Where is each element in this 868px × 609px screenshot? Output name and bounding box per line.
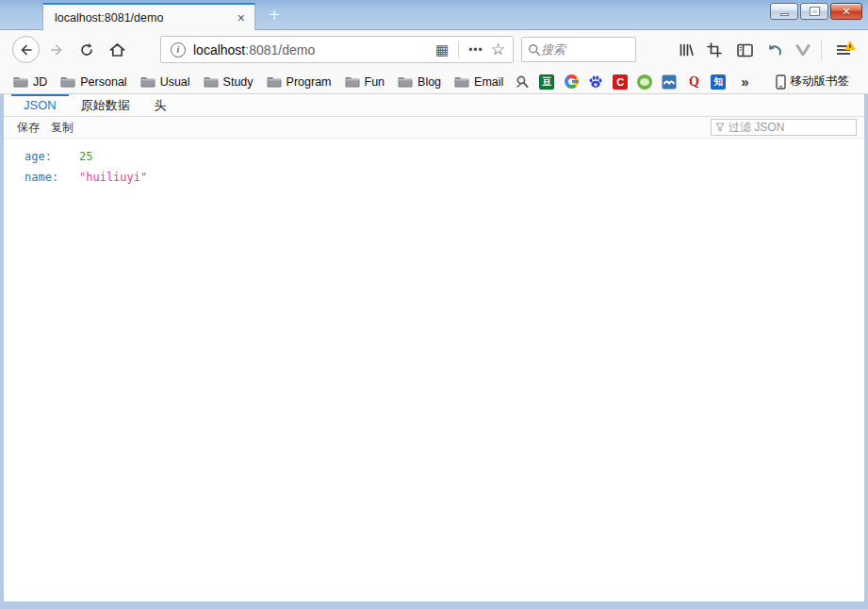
browser-tab[interactable]: localhost:8081/demo × bbox=[42, 3, 255, 30]
bookmark-folder-study[interactable]: Study bbox=[198, 72, 259, 92]
reload-icon bbox=[79, 42, 94, 58]
restore-icon bbox=[811, 8, 819, 15]
bookmark-folder-email[interactable]: Email bbox=[449, 72, 509, 92]
search-icon bbox=[528, 43, 541, 57]
folder-icon bbox=[345, 75, 360, 88]
folder-icon bbox=[140, 75, 156, 88]
session-restore-icon[interactable] bbox=[763, 39, 786, 61]
bookmark-zhihu-icon[interactable]: 知 bbox=[707, 72, 729, 92]
json-viewer-tabbar: JSON 原始数据 头 bbox=[4, 94, 864, 117]
navigation-toolbar: i localhost:8081/demo ▦ ••• ☆ bbox=[0, 30, 868, 70]
toolbar-separator bbox=[821, 40, 822, 60]
new-tab-button[interactable]: + bbox=[262, 4, 287, 26]
bookmark-folder-blog[interactable]: Blog bbox=[392, 72, 447, 92]
bookmark-label: Study bbox=[223, 75, 254, 89]
bookmark-baidu-icon[interactable] bbox=[584, 72, 607, 92]
copy-button[interactable]: 复制 bbox=[45, 120, 79, 136]
json-property-row[interactable]: age: 25 bbox=[25, 146, 864, 167]
bookmark-google-icon[interactable] bbox=[560, 72, 582, 92]
bookmark-label: Program bbox=[287, 75, 332, 89]
bookmark-folder-jd[interactable]: JD bbox=[8, 72, 53, 92]
bookmark-label: 移动版书签 bbox=[791, 74, 850, 90]
bookmark-folder-personal[interactable]: Personal bbox=[55, 72, 132, 92]
filter-json-input[interactable] bbox=[729, 121, 852, 134]
bookmark-label: Usual bbox=[160, 75, 190, 89]
extension-chevron-icon[interactable] bbox=[792, 39, 814, 61]
update-warning-badge bbox=[844, 41, 856, 50]
folder-icon bbox=[204, 75, 219, 88]
bookmark-folder-fun[interactable]: Fun bbox=[339, 72, 391, 92]
back-button[interactable] bbox=[12, 36, 40, 63]
home-icon bbox=[109, 42, 125, 58]
bookmark-label: Email bbox=[474, 75, 503, 89]
bookmark-csdn-icon[interactable]: C bbox=[609, 72, 631, 92]
url-host: localhost bbox=[193, 42, 245, 58]
json-key: age: bbox=[25, 150, 79, 163]
library-icon[interactable] bbox=[675, 39, 697, 61]
bookmark-label: Fun bbox=[365, 75, 385, 89]
url-path: :8081/demo bbox=[245, 42, 315, 58]
minimize-icon bbox=[780, 13, 789, 16]
folder-icon bbox=[454, 75, 469, 88]
json-viewer-toolbar: 保存 复制 bbox=[4, 117, 864, 139]
tab-close-icon[interactable]: × bbox=[236, 11, 247, 25]
tab-raw-data[interactable]: 原始数据 bbox=[69, 94, 142, 116]
menu-button[interactable] bbox=[832, 39, 855, 61]
folder-icon bbox=[267, 75, 282, 88]
folder-icon bbox=[398, 75, 413, 88]
search-bar[interactable] bbox=[521, 37, 636, 62]
sidebar-icon[interactable] bbox=[733, 39, 756, 61]
folder-icon bbox=[60, 75, 75, 88]
close-icon: ✕ bbox=[842, 6, 850, 18]
bookmark-green-circle-icon[interactable] bbox=[633, 72, 656, 92]
json-viewer: JSON 原始数据 头 保存 复制 age: 25 name: "huiliuy… bbox=[4, 94, 864, 601]
url-bar[interactable]: i localhost:8081/demo ▦ ••• ☆ bbox=[160, 36, 514, 63]
json-value-string: "huiliuyi" bbox=[79, 171, 147, 184]
filter-json-box[interactable] bbox=[711, 119, 857, 136]
info-glyph: i bbox=[177, 44, 180, 55]
bookmark-folder-program[interactable]: Program bbox=[261, 72, 337, 92]
bookmark-blue-wave-icon[interactable] bbox=[658, 72, 680, 92]
urlbar-separator bbox=[458, 41, 459, 58]
close-button[interactable]: ✕ bbox=[830, 3, 862, 20]
search-input[interactable] bbox=[541, 42, 616, 57]
bookmark-q-site-icon[interactable]: Q bbox=[682, 72, 705, 92]
bookmark-label: Personal bbox=[80, 75, 126, 89]
bookmark-label: Blog bbox=[418, 75, 441, 89]
json-property-row[interactable]: name: "huiliuyi" bbox=[25, 167, 864, 188]
json-tree: age: 25 name: "huiliuyi" bbox=[4, 139, 864, 188]
forward-arrow-icon bbox=[49, 42, 64, 58]
site-info-icon[interactable]: i bbox=[171, 42, 186, 58]
browser-window: localhost:8081/demo × + ✕ i localhost:80… bbox=[0, 0, 868, 609]
bookmarks-toolbar: JD Personal Usual Study Program Fun Blog bbox=[0, 70, 868, 94]
back-arrow-icon bbox=[19, 42, 34, 58]
titlebar: localhost:8081/demo × + ✕ bbox=[0, 0, 868, 30]
bookmark-mobile-bookmarks[interactable]: 移动版书签 bbox=[770, 72, 856, 92]
bookmark-label: JD bbox=[33, 75, 47, 89]
bookmarks-overflow-icon[interactable]: » bbox=[731, 74, 758, 90]
phone-icon bbox=[776, 74, 786, 90]
json-value-number: 25 bbox=[79, 150, 92, 163]
bookmark-star-icon[interactable]: ☆ bbox=[491, 40, 505, 59]
bookmark-douban-icon[interactable]: 豆 bbox=[535, 72, 558, 92]
reload-button[interactable] bbox=[75, 39, 98, 61]
screenshot-icon[interactable] bbox=[703, 39, 726, 61]
json-key: name: bbox=[25, 171, 79, 184]
bookmark-site-glyph-icon[interactable] bbox=[511, 72, 533, 92]
forward-button[interactable] bbox=[45, 39, 68, 61]
minimize-button[interactable] bbox=[770, 3, 798, 20]
page-actions-icon[interactable]: ••• bbox=[468, 43, 483, 57]
home-button[interactable] bbox=[106, 39, 128, 61]
save-button[interactable]: 保存 bbox=[11, 120, 45, 136]
filter-funnel-icon bbox=[715, 123, 725, 132]
tab-json[interactable]: JSON bbox=[11, 94, 69, 116]
tab-title: localhost:8081/demo bbox=[55, 11, 236, 25]
folder-icon bbox=[13, 75, 28, 88]
bookmark-folder-usual[interactable]: Usual bbox=[135, 72, 196, 92]
window-controls: ✕ bbox=[770, 3, 862, 20]
restore-button[interactable] bbox=[800, 3, 828, 20]
tab-headers[interactable]: 头 bbox=[142, 94, 179, 116]
qr-extension-icon[interactable]: ▦ bbox=[435, 41, 449, 58]
url-text[interactable]: localhost:8081/demo bbox=[193, 42, 430, 58]
